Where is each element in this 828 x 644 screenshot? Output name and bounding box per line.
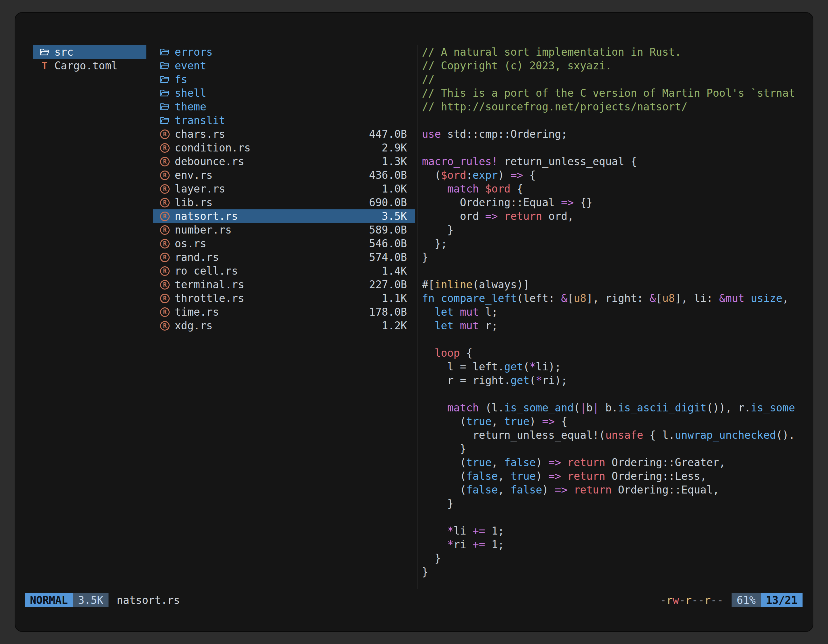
mode-badge: NORMAL (25, 593, 73, 607)
code-line (422, 510, 806, 524)
position-label: 13/21 (766, 594, 797, 606)
code-line (422, 332, 806, 346)
item-label: src (55, 46, 138, 58)
item-label: errors (175, 46, 401, 58)
current-item-lib.rs[interactable]: Rlib.rs690.0B (153, 196, 415, 209)
parent-pane[interactable]: srcTCargo.toml (33, 45, 146, 589)
current-item-chars.rs[interactable]: Rchars.rs447.0B (153, 127, 415, 141)
current-item-translit[interactable]: translit (153, 114, 415, 127)
current-item-event[interactable]: event (153, 59, 415, 72)
code-line: }; (422, 237, 806, 251)
current-item-env.rs[interactable]: Renv.rs436.0B (153, 168, 415, 182)
current-item-layer.rs[interactable]: Rlayer.rs1.0K (153, 182, 415, 196)
item-size: 589.0B (369, 224, 407, 236)
folder-icon (160, 89, 170, 97)
item-label: number.rs (175, 224, 363, 236)
code-line: let mut l; (422, 305, 806, 319)
rust-icon: R (160, 184, 170, 194)
current-item-time.rs[interactable]: Rtime.rs178.0B (153, 305, 415, 319)
code-line (422, 141, 806, 155)
code-line: // http://sourcefrog.net/projects/natsor… (422, 100, 806, 114)
parent-item-Cargo.toml[interactable]: TCargo.toml (33, 59, 146, 72)
item-size: 227.0B (369, 278, 407, 291)
code-line: l = left.get(*li); (422, 360, 806, 373)
code-line: match (l.is_some_and(|b| b.is_ascii_digi… (422, 401, 806, 415)
file-manager-window: srcTCargo.toml errorseventfsshellthemetr… (15, 13, 813, 631)
current-pane[interactable]: errorseventfsshellthemetranslitRchars.rs… (153, 45, 415, 589)
code-line: } (422, 497, 806, 510)
current-item-xdg.rs[interactable]: Rxdg.rs1.2K (153, 319, 415, 332)
item-label: condition.rs (175, 142, 375, 154)
item-size: 1.4K (382, 265, 407, 277)
current-item-number.rs[interactable]: Rnumber.rs589.0B (153, 223, 415, 237)
toml-icon: T (39, 60, 50, 71)
status-bar: NORMAL 3.5K natsort.rs -rw-r--r-- 61% 13… (15, 593, 813, 607)
item-label: lib.rs (175, 196, 363, 209)
folder-icon (160, 102, 170, 111)
item-size: 2.9K (382, 142, 407, 154)
current-item-terminal.rs[interactable]: Rterminal.rs227.0B (153, 278, 415, 291)
code-line: r = right.get(*ri); (422, 373, 806, 387)
current-item-rand.rs[interactable]: Rrand.rs574.0B (153, 251, 415, 264)
folder-icon (160, 61, 170, 70)
position-badge: 13/21 (761, 593, 803, 607)
code-line: } (422, 565, 806, 579)
code-line: // This is a port of the C version of Ma… (422, 86, 806, 100)
code-line: return_unless_equal!(unsafe { l.unwrap_u… (422, 428, 806, 442)
item-size: 447.0B (369, 128, 407, 140)
current-item-theme[interactable]: theme (153, 100, 415, 114)
current-item-shell[interactable]: shell (153, 86, 415, 100)
item-label: ro_cell.rs (175, 265, 375, 277)
item-label: event (175, 60, 401, 72)
code-line: } (422, 552, 806, 565)
item-size: 1.2K (382, 320, 407, 332)
rust-icon: R (160, 143, 170, 153)
item-label: xdg.rs (175, 320, 375, 332)
current-item-throttle.rs[interactable]: Rthrottle.rs1.1K (153, 291, 415, 305)
rust-icon: R (160, 266, 170, 276)
code-line: (false, true) => return Ordering::Less, (422, 469, 806, 483)
code-line: use std::cmp::Ordering; (422, 127, 806, 141)
item-size: 1.1K (382, 292, 407, 304)
rust-icon: R (160, 157, 170, 166)
code-line: *li += 1; (422, 524, 806, 538)
rust-icon: R (160, 307, 170, 317)
current-item-fs[interactable]: fs (153, 72, 415, 86)
rust-icon: R (160, 198, 170, 207)
code-line: ($ord:expr) => { (422, 168, 806, 182)
current-item-debounce.rs[interactable]: Rdebounce.rs1.3K (153, 155, 415, 168)
progress-badge: 61% (732, 593, 761, 607)
item-label: translit (175, 114, 401, 127)
current-item-ro_cell.rs[interactable]: Rro_cell.rs1.4K (153, 264, 415, 278)
item-label: os.rs (175, 237, 363, 250)
rust-icon: R (160, 171, 170, 180)
item-size: 436.0B (369, 169, 407, 181)
folder-icon (160, 75, 170, 84)
item-label: theme (175, 100, 401, 113)
parent-item-src[interactable]: src (33, 45, 146, 59)
panes-container: srcTCargo.toml errorseventfsshellthemetr… (15, 45, 813, 589)
code-line: (true, true) => { (422, 415, 806, 428)
item-label: shell (175, 87, 401, 99)
item-label: throttle.rs (175, 292, 375, 304)
item-label: env.rs (175, 169, 363, 181)
code-line (422, 387, 806, 401)
item-size: 1.3K (382, 155, 407, 168)
item-size: 574.0B (369, 251, 407, 263)
item-label: chars.rs (175, 128, 363, 140)
item-size: 3.5K (382, 210, 407, 223)
preview-pane[interactable]: // A natural sort implementation in Rust… (417, 45, 813, 589)
current-item-os.rs[interactable]: Ros.rs546.0B (153, 237, 415, 251)
rust-icon: R (160, 321, 170, 331)
current-item-condition.rs[interactable]: Rcondition.rs2.9K (153, 141, 415, 155)
folder-icon (160, 116, 170, 125)
code-line: Ordering::Equal => {} (422, 196, 806, 209)
current-item-errors[interactable]: errors (153, 45, 415, 59)
current-item-natsort.rs[interactable]: Rnatsort.rs3.5K (153, 209, 415, 223)
code-line: // A natural sort implementation in Rust… (422, 45, 806, 59)
item-label: natsort.rs (175, 210, 375, 223)
code-line (422, 264, 806, 278)
rust-icon: R (160, 294, 170, 303)
item-size: 690.0B (369, 196, 407, 209)
item-size: 178.0B (369, 306, 407, 318)
